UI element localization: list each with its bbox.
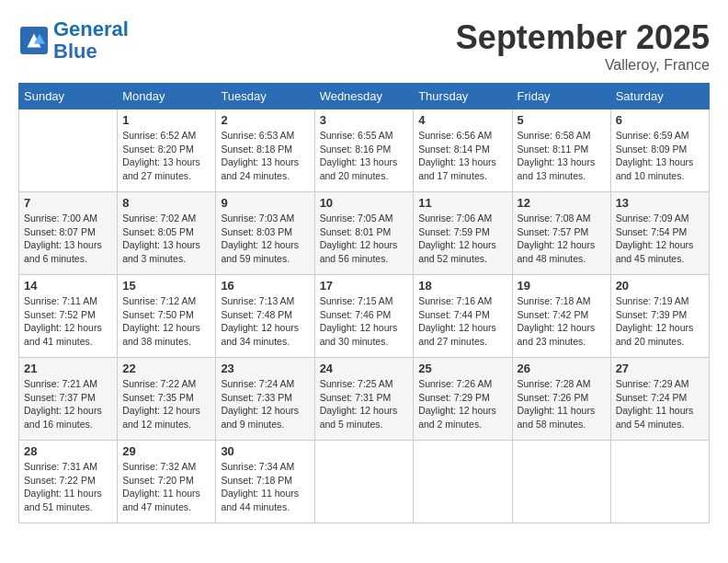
- day-number: 18: [418, 279, 506, 293]
- calendar-cell: 8Sunrise: 7:02 AMSunset: 8:05 PMDaylight…: [118, 192, 216, 275]
- day-number: 10: [320, 196, 409, 210]
- cell-info: Sunrise: 6:53 AMSunset: 8:18 PMDaylight:…: [221, 129, 309, 183]
- calendar-cell: 9Sunrise: 7:03 AMSunset: 8:03 PMDaylight…: [216, 192, 314, 275]
- day-header-friday: Friday: [512, 84, 610, 109]
- calendar-cell: [610, 441, 709, 523]
- logo-line1: General: [53, 17, 129, 40]
- day-number: 6: [616, 113, 704, 127]
- location-title: Valleroy, France: [456, 57, 710, 74]
- calendar-cell: 11Sunrise: 7:06 AMSunset: 7:59 PMDayligh…: [414, 192, 512, 275]
- calendar-cell: 6Sunrise: 6:59 AMSunset: 8:09 PMDaylight…: [610, 109, 709, 192]
- calendar-cell: 20Sunrise: 7:19 AMSunset: 7:39 PMDayligh…: [610, 275, 709, 358]
- cell-info: Sunrise: 7:05 AMSunset: 8:01 PMDaylight:…: [320, 212, 409, 266]
- cell-info: Sunrise: 6:52 AMSunset: 8:20 PMDaylight:…: [122, 129, 210, 183]
- calendar-cell: 14Sunrise: 7:11 AMSunset: 7:52 PMDayligh…: [19, 275, 118, 358]
- day-number: 3: [320, 113, 409, 127]
- cell-info: Sunrise: 7:29 AMSunset: 7:24 PMDaylight:…: [616, 377, 704, 431]
- day-header-sunday: Sunday: [19, 84, 118, 109]
- calendar-cell: 23Sunrise: 7:24 AMSunset: 7:33 PMDayligh…: [216, 358, 314, 441]
- calendar-cell: [19, 109, 118, 192]
- cell-info: Sunrise: 7:16 AMSunset: 7:44 PMDaylight:…: [418, 294, 506, 349]
- calendar-cell: 25Sunrise: 7:26 AMSunset: 7:29 PMDayligh…: [414, 358, 512, 441]
- calendar-cell: 2Sunrise: 6:53 AMSunset: 8:18 PMDaylight…: [216, 109, 314, 192]
- calendar-cell: 12Sunrise: 7:08 AMSunset: 7:57 PMDayligh…: [512, 192, 610, 275]
- calendar-cell: 27Sunrise: 7:29 AMSunset: 7:24 PMDayligh…: [610, 358, 709, 441]
- day-number: 28: [24, 444, 112, 458]
- calendar-cell: 7Sunrise: 7:00 AMSunset: 8:07 PMDaylight…: [19, 192, 118, 275]
- day-number: 8: [122, 196, 210, 210]
- cell-info: Sunrise: 6:55 AMSunset: 8:16 PMDaylight:…: [320, 129, 409, 183]
- week-row-5: 28Sunrise: 7:31 AMSunset: 7:22 PMDayligh…: [19, 441, 710, 523]
- calendar-cell: 24Sunrise: 7:25 AMSunset: 7:31 PMDayligh…: [314, 358, 414, 441]
- cell-info: Sunrise: 7:15 AMSunset: 7:46 PMDaylight:…: [320, 294, 409, 349]
- calendar-cell: 16Sunrise: 7:13 AMSunset: 7:48 PMDayligh…: [216, 275, 314, 358]
- day-number: 24: [320, 362, 409, 375]
- calendar-cell: 5Sunrise: 6:58 AMSunset: 8:11 PMDaylight…: [512, 109, 610, 192]
- cell-info: Sunrise: 7:06 AMSunset: 7:59 PMDaylight:…: [418, 212, 506, 266]
- calendar-cell: [512, 441, 610, 523]
- cell-info: Sunrise: 7:18 AMSunset: 7:42 PMDaylight:…: [518, 294, 606, 349]
- day-number: 16: [221, 279, 309, 293]
- day-number: 22: [122, 362, 210, 375]
- cell-info: Sunrise: 7:28 AMSunset: 7:26 PMDaylight:…: [518, 377, 606, 431]
- week-row-3: 14Sunrise: 7:11 AMSunset: 7:52 PMDayligh…: [19, 275, 710, 358]
- week-row-1: 1Sunrise: 6:52 AMSunset: 8:20 PMDaylight…: [19, 109, 710, 192]
- title-block: September 2025 Valleroy, France: [456, 18, 710, 74]
- calendar-cell: 29Sunrise: 7:32 AMSunset: 7:20 PMDayligh…: [118, 441, 216, 523]
- cell-info: Sunrise: 6:58 AMSunset: 8:11 PMDaylight:…: [518, 129, 606, 183]
- cell-info: Sunrise: 7:11 AMSunset: 7:52 PMDaylight:…: [24, 294, 112, 349]
- day-number: 11: [418, 196, 506, 210]
- day-number: 26: [518, 362, 606, 375]
- logo: General Blue: [18, 18, 129, 63]
- month-title: September 2025: [456, 18, 710, 57]
- cell-info: Sunrise: 7:32 AMSunset: 7:20 PMDaylight:…: [122, 460, 210, 514]
- cell-info: Sunrise: 7:09 AMSunset: 7:54 PMDaylight:…: [616, 212, 704, 266]
- calendar-cell: 4Sunrise: 6:56 AMSunset: 8:14 PMDaylight…: [414, 109, 512, 192]
- calendar-cell: 22Sunrise: 7:22 AMSunset: 7:35 PMDayligh…: [118, 358, 216, 441]
- day-header-thursday: Thursday: [414, 84, 512, 109]
- calendar-cell: 28Sunrise: 7:31 AMSunset: 7:22 PMDayligh…: [19, 441, 118, 523]
- calendar-cell: 21Sunrise: 7:21 AMSunset: 7:37 PMDayligh…: [19, 358, 118, 441]
- cell-info: Sunrise: 7:00 AMSunset: 8:07 PMDaylight:…: [24, 212, 112, 266]
- calendar-cell: 10Sunrise: 7:05 AMSunset: 8:01 PMDayligh…: [314, 192, 414, 275]
- cell-info: Sunrise: 7:21 AMSunset: 7:37 PMDaylight:…: [24, 377, 112, 431]
- day-number: 19: [518, 279, 606, 293]
- day-number: 5: [518, 113, 606, 127]
- cell-info: Sunrise: 6:59 AMSunset: 8:09 PMDaylight:…: [616, 129, 704, 183]
- calendar-table: SundayMondayTuesdayWednesdayThursdayFrid…: [18, 83, 710, 523]
- week-row-2: 7Sunrise: 7:00 AMSunset: 8:07 PMDaylight…: [19, 192, 710, 275]
- day-number: 21: [24, 362, 112, 375]
- calendar-cell: 3Sunrise: 6:55 AMSunset: 8:16 PMDaylight…: [314, 109, 414, 192]
- day-number: 9: [221, 196, 309, 210]
- cell-info: Sunrise: 7:22 AMSunset: 7:35 PMDaylight:…: [122, 377, 210, 431]
- day-number: 2: [221, 113, 309, 127]
- day-number: 23: [221, 362, 309, 375]
- day-number: 12: [518, 196, 606, 210]
- calendar-cell: 26Sunrise: 7:28 AMSunset: 7:26 PMDayligh…: [512, 358, 610, 441]
- cell-info: Sunrise: 7:12 AMSunset: 7:50 PMDaylight:…: [122, 294, 210, 349]
- cell-info: Sunrise: 7:02 AMSunset: 8:05 PMDaylight:…: [122, 212, 210, 266]
- cell-info: Sunrise: 7:03 AMSunset: 8:03 PMDaylight:…: [221, 212, 309, 266]
- cell-info: Sunrise: 7:26 AMSunset: 7:29 PMDaylight:…: [418, 377, 506, 431]
- calendar-cell: 1Sunrise: 6:52 AMSunset: 8:20 PMDaylight…: [118, 109, 216, 192]
- cell-info: Sunrise: 7:24 AMSunset: 7:33 PMDaylight:…: [221, 377, 309, 431]
- cell-info: Sunrise: 7:25 AMSunset: 7:31 PMDaylight:…: [320, 377, 409, 431]
- day-number: 1: [122, 113, 210, 127]
- page-header: General Blue September 2025 Valleroy, Fr…: [18, 18, 710, 74]
- logo-text: General Blue: [53, 18, 129, 63]
- day-number: 7: [24, 196, 112, 210]
- calendar-cell: 19Sunrise: 7:18 AMSunset: 7:42 PMDayligh…: [512, 275, 610, 358]
- calendar-cell: 13Sunrise: 7:09 AMSunset: 7:54 PMDayligh…: [610, 192, 709, 275]
- header-row: SundayMondayTuesdayWednesdayThursdayFrid…: [19, 84, 710, 109]
- cell-info: Sunrise: 7:13 AMSunset: 7:48 PMDaylight:…: [221, 294, 309, 349]
- cell-info: Sunrise: 7:31 AMSunset: 7:22 PMDaylight:…: [24, 460, 112, 514]
- logo-line2: Blue: [53, 40, 97, 63]
- day-number: 15: [122, 279, 210, 293]
- day-header-monday: Monday: [118, 84, 216, 109]
- day-number: 14: [24, 279, 112, 293]
- day-number: 25: [418, 362, 506, 375]
- day-header-saturday: Saturday: [610, 84, 709, 109]
- week-row-4: 21Sunrise: 7:21 AMSunset: 7:37 PMDayligh…: [19, 358, 710, 441]
- calendar-cell: 15Sunrise: 7:12 AMSunset: 7:50 PMDayligh…: [118, 275, 216, 358]
- day-header-wednesday: Wednesday: [314, 84, 414, 109]
